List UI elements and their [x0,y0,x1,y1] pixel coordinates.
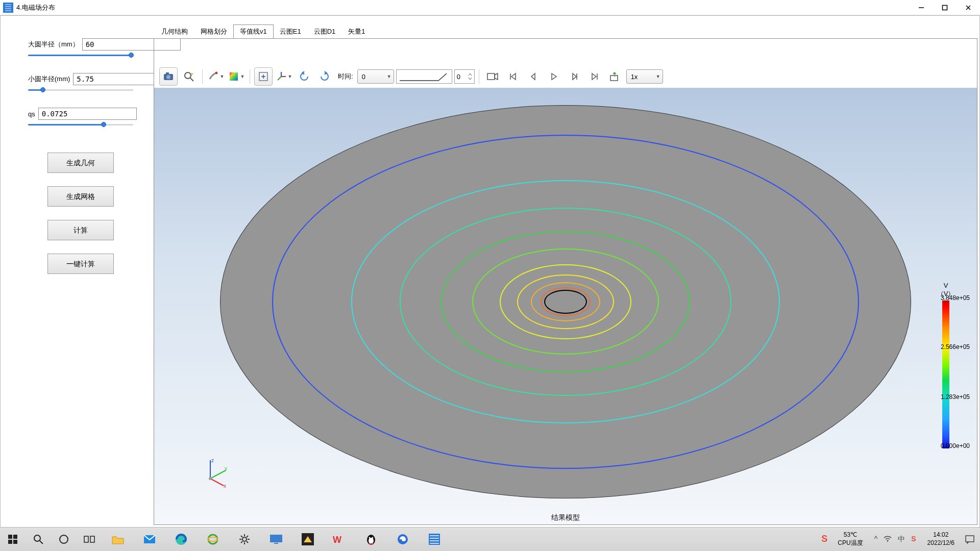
svg-rect-45 [270,535,282,542]
svg-text:W: W [333,535,341,545]
svg-point-8 [215,72,217,74]
gear-icon [238,533,251,545]
playback-speed-select[interactable]: 1x ▼ [626,69,663,84]
rotate-cw-button[interactable] [315,67,334,86]
param-label: qs [28,110,35,118]
legend-tick: 1.283e+05 [941,393,970,400]
tray-date: 2022/12/6 [927,539,954,547]
time-ramp[interactable] [396,69,452,84]
tray-temperature[interactable]: 53℃ CPU温度 [832,531,868,547]
qs-input[interactable] [38,108,137,120]
qs-slider[interactable] [28,121,133,128]
legend-tick: 2.566e+05 [941,343,970,350]
time-label: 时间: [338,72,353,81]
taskbar-qq[interactable] [355,528,387,551]
wps-icon: W [333,534,346,545]
one-key-calc-button[interactable]: 一键计算 [47,254,114,274]
taskbar-browser2[interactable] [387,528,419,551]
tray-chevron-up-icon[interactable]: ^ [874,535,878,544]
calculate-button[interactable]: 计算 [47,220,114,240]
tray-ime-icon[interactable]: 中 [898,535,905,544]
playback-speed-value: 1x [631,73,638,81]
frame-index-input[interactable]: 0 [454,69,475,84]
svg-line-28 [40,541,43,544]
canvas-caption: 结果模型 [551,513,580,522]
svg-rect-5 [166,72,169,74]
window-maximize-button[interactable] [933,0,957,15]
zoom-selection-button[interactable] [180,67,198,86]
tab-vector1[interactable]: 矢量1 [341,24,372,38]
tray-clock[interactable]: 14:02 2022/12/6 [922,531,960,547]
brush-icon [208,71,219,82]
legend-title-1: V [922,282,970,289]
export-animation-button[interactable] [606,67,624,86]
big-radius-slider[interactable] [28,52,133,59]
window-close-button[interactable] [957,0,980,15]
svg-line-42 [247,541,248,543]
svg-point-36 [242,537,247,541]
taskbar-ie[interactable] [197,528,229,551]
taskbar-edge[interactable] [165,528,197,551]
generate-geometry-button[interactable]: 生成几何 [47,153,114,173]
cortana-button[interactable] [51,528,77,551]
tab-contour-v1[interactable]: 等值线v1 [233,24,274,38]
last-frame-button[interactable] [585,67,604,86]
view-direction-dropdown[interactable]: ▼ [275,67,293,86]
tray-wifi-icon[interactable] [884,535,892,544]
tab-cloud-d1[interactable]: 云图D1 [307,24,342,38]
tab-geometry[interactable]: 几何结构 [155,24,194,38]
taskbar-settings[interactable] [229,528,260,551]
record-button[interactable] [483,67,502,86]
prev-frame-button[interactable] [524,67,543,86]
taskbar-monitor[interactable] [260,528,292,551]
svg-point-27 [34,535,40,541]
small-radius-slider[interactable] [28,86,133,93]
first-frame-button[interactable] [504,67,522,86]
tab-cloud-e1[interactable]: 云图E1 [273,24,308,38]
axes-icon [276,71,287,82]
search-button[interactable] [26,528,51,551]
tray-sogou2-icon[interactable]: S [911,535,916,544]
app-icon [3,3,13,13]
rainbow-cube-icon [228,71,239,82]
chevron-down-icon: ▼ [288,74,292,79]
snapshot-button[interactable] [159,67,178,86]
rotate-ccw-button[interactable] [295,67,313,86]
axis-triad: z y x [200,457,231,488]
scene-light-dropdown[interactable]: ▼ [207,67,225,86]
play-button[interactable] [545,67,563,86]
svg-rect-9 [230,72,238,81]
next-frame-button[interactable] [565,67,583,86]
start-button[interactable] [0,528,26,551]
svg-rect-26 [13,540,17,544]
tab-mesh[interactable]: 网格划分 [194,24,234,38]
svg-point-34 [208,535,217,544]
export-icon [609,71,621,82]
tray-ime-sogou[interactable]: S [816,533,832,545]
time-select[interactable]: 0 ▼ [357,69,394,84]
window-titlebar: 4.电磁场分布 [0,0,980,15]
param-qs: qs [28,108,133,128]
taskbar-wps[interactable]: W [324,528,355,551]
window-minimize-button[interactable] [910,0,933,15]
zoom-extents-button[interactable] [254,67,273,86]
color-table-dropdown[interactable]: ▼ [227,67,246,86]
param-big-radius: 大圆半径（mm） [28,38,133,59]
task-view-button[interactable] [77,528,102,551]
graphics-canvas[interactable]: z y x V （V） 3.848e+052.566e+051.283e+050… [154,88,977,524]
taskbar-comsol[interactable] [419,528,450,551]
tray-action-center[interactable] [960,535,980,544]
penguin-icon [365,533,377,545]
taskbar-mail[interactable] [134,528,165,551]
tray-time: 14:02 [927,531,954,539]
taskbar-app-yellow[interactable] [292,528,324,551]
svg-line-41 [241,536,242,537]
taskbar-explorer[interactable] [102,528,134,551]
skip-first-icon [508,72,518,81]
svg-line-43 [241,541,242,543]
svg-rect-14 [487,73,495,80]
svg-line-44 [247,536,248,537]
generate-mesh-button[interactable]: 生成网格 [47,186,114,207]
system-tray: S 53℃ CPU温度 ^ 中 S 14:02 2022/12/6 [816,528,980,551]
chevron-down-icon: ▼ [220,74,225,79]
